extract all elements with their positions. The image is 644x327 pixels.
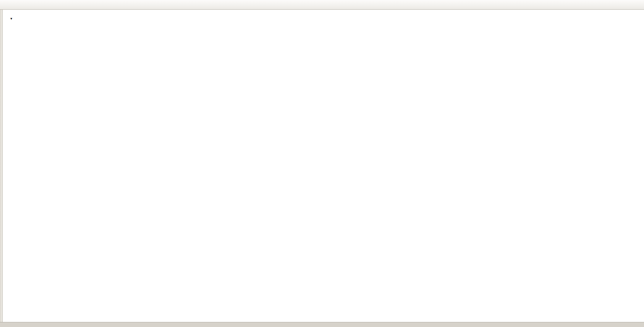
main-toolbar [0, 0, 644, 10]
symbol-ohlc-overlay: ▼ [5, 11, 13, 34]
collapse-arrow-icon[interactable]: ▼ [10, 17, 13, 21]
chart-canvas[interactable] [0, 10, 644, 327]
window-bottom-border [0, 322, 644, 327]
window-left-border [0, 10, 3, 327]
chart-window[interactable]: ▼ [0, 10, 644, 327]
